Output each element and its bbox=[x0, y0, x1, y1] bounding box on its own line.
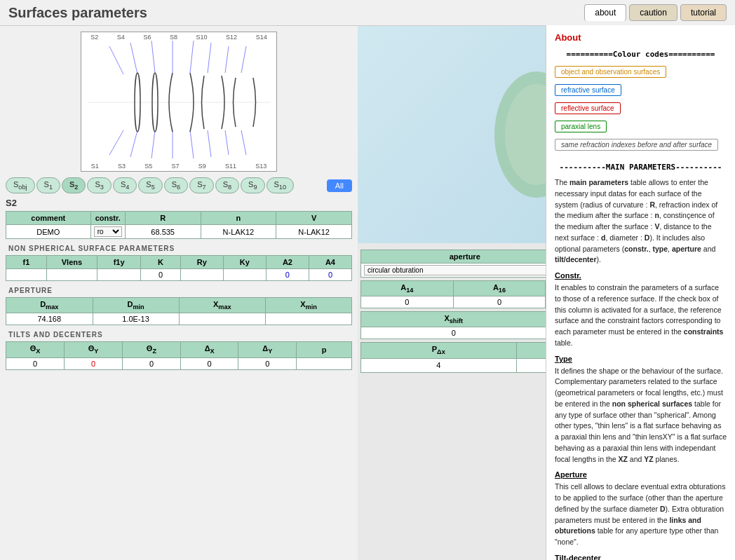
input-xmax[interactable] bbox=[182, 315, 262, 323]
col-A4: A4 bbox=[309, 256, 351, 269]
cell-A2[interactable] bbox=[266, 269, 309, 281]
input-R[interactable] bbox=[128, 228, 198, 236]
input-xmin[interactable] bbox=[269, 315, 349, 323]
cell-f1y[interactable] bbox=[97, 269, 140, 281]
surface-tab-s1[interactable]: S1 bbox=[36, 177, 60, 193]
cell-a16[interactable] bbox=[453, 296, 546, 308]
input-f1y[interactable] bbox=[100, 271, 137, 279]
input-dmin[interactable] bbox=[96, 315, 176, 323]
input-dx[interactable] bbox=[184, 360, 236, 368]
cell-tz[interactable] bbox=[123, 357, 181, 369]
input-f1[interactable] bbox=[9, 271, 43, 279]
input-A4[interactable] bbox=[312, 271, 349, 279]
col-xshift: Xshift bbox=[361, 312, 547, 327]
surface-tab-s5[interactable]: S5 bbox=[138, 177, 162, 193]
cell-a14[interactable] bbox=[361, 296, 454, 308]
input-Ry[interactable] bbox=[184, 271, 220, 279]
nav-tabs: about caution tutorial bbox=[584, 4, 727, 21]
surface-tab-sobj[interactable]: Sobj bbox=[6, 177, 35, 193]
colour-item-same: same refraction indexes before and after… bbox=[555, 139, 727, 154]
svg-line-6 bbox=[208, 43, 211, 73]
input-a16[interactable] bbox=[457, 298, 543, 306]
input-pdx[interactable] bbox=[364, 361, 513, 369]
surface-section-label: S2 bbox=[6, 198, 352, 208]
cell-Ry[interactable] bbox=[180, 269, 223, 281]
input-Ky[interactable] bbox=[227, 271, 263, 279]
col-vlens: Vlens bbox=[46, 256, 97, 269]
cell-dmin[interactable] bbox=[93, 313, 179, 325]
label-s13: S13 bbox=[255, 163, 267, 170]
cell-dy[interactable] bbox=[238, 357, 297, 369]
input-A2[interactable] bbox=[269, 271, 306, 279]
surface-tab-s8[interactable]: S8 bbox=[215, 177, 239, 193]
table-row bbox=[6, 269, 352, 281]
surface-tab-s6[interactable]: S6 bbox=[164, 177, 188, 193]
surface-tab-s7[interactable]: S7 bbox=[189, 177, 213, 193]
section-text-aperture: This cell allows to declare eventual ext… bbox=[555, 482, 727, 548]
colour-header: ==========Colour codes========== bbox=[555, 50, 727, 59]
cell-ty[interactable] bbox=[65, 357, 123, 369]
cell-V[interactable] bbox=[276, 225, 352, 239]
cell-f1[interactable] bbox=[6, 269, 47, 281]
cell-constr[interactable]: ro bbox=[90, 225, 125, 239]
cell-vlens[interactable] bbox=[46, 269, 97, 281]
cell-comment[interactable] bbox=[6, 225, 91, 239]
cell-K[interactable] bbox=[141, 269, 181, 281]
colour-item-reflective: reflective surface bbox=[555, 102, 727, 118]
cell-xmax[interactable] bbox=[179, 313, 265, 325]
all-button[interactable]: All bbox=[327, 179, 352, 192]
tab-caution[interactable]: caution bbox=[629, 4, 677, 21]
svg-line-9 bbox=[109, 130, 123, 155]
input-xshift[interactable] bbox=[364, 329, 544, 337]
cell-xshift[interactable] bbox=[361, 327, 547, 339]
label-s9: S9 bbox=[198, 163, 206, 170]
surface-tab-s4[interactable]: S4 bbox=[113, 177, 137, 193]
table-row bbox=[6, 357, 352, 369]
svg-line-7 bbox=[225, 46, 229, 73]
col-xmin: Xmin bbox=[266, 298, 352, 313]
input-K[interactable] bbox=[144, 271, 177, 279]
aperture-table: Dmax Dmin Xmax Xmin bbox=[6, 297, 352, 325]
col-Ry: Ry bbox=[180, 256, 223, 269]
col-dmax: Dmax bbox=[6, 298, 93, 313]
section-text-constr: It enables to constrain the parameters o… bbox=[555, 282, 727, 349]
table-row bbox=[6, 313, 352, 325]
surface-tab-s2[interactable]: S2 bbox=[62, 177, 86, 193]
select-constr[interactable]: ro bbox=[94, 226, 122, 237]
cell-A4[interactable] bbox=[309, 269, 351, 281]
colour-label-paraxial: paraxial lens bbox=[555, 121, 607, 132]
input-comment[interactable] bbox=[9, 228, 88, 236]
cell-tx[interactable] bbox=[6, 357, 65, 369]
col-tz: ΘZ bbox=[123, 342, 181, 357]
input-vlens[interactable] bbox=[50, 271, 94, 279]
surface-tab-s9[interactable]: S9 bbox=[241, 177, 264, 193]
svg-line-2 bbox=[130, 43, 137, 74]
tab-tutorial[interactable]: tutorial bbox=[680, 4, 727, 21]
input-dy[interactable] bbox=[241, 360, 293, 368]
input-V[interactable] bbox=[279, 228, 349, 236]
cell-aperture-dropdown[interactable]: circular obturation bbox=[361, 264, 569, 278]
cell-xmin[interactable] bbox=[266, 313, 352, 325]
select-aperture[interactable]: circular obturation bbox=[364, 265, 566, 275]
input-tz[interactable] bbox=[126, 360, 177, 368]
surface-tab-s3[interactable]: S3 bbox=[87, 177, 111, 193]
cell-dx[interactable] bbox=[180, 357, 238, 369]
input-n[interactable] bbox=[204, 228, 274, 236]
cell-pdx[interactable] bbox=[361, 358, 517, 372]
col-n: n bbox=[201, 212, 276, 225]
cell-dp[interactable] bbox=[297, 357, 352, 369]
surface-tab-s10[interactable]: S10 bbox=[267, 177, 295, 193]
input-a14[interactable] bbox=[364, 298, 450, 306]
label-s11: S11 bbox=[225, 163, 236, 170]
col-ty: ΘY bbox=[65, 342, 123, 357]
cell-n[interactable] bbox=[201, 225, 276, 239]
input-dp[interactable] bbox=[299, 360, 349, 368]
tab-about[interactable]: about bbox=[584, 4, 626, 21]
cell-R[interactable] bbox=[125, 225, 201, 239]
cell-Ky[interactable] bbox=[223, 269, 266, 281]
cell-dmax[interactable] bbox=[6, 313, 93, 325]
input-dmax[interactable] bbox=[9, 315, 90, 323]
col-comment: comment bbox=[6, 212, 91, 225]
input-ty[interactable] bbox=[67, 360, 119, 368]
input-tx[interactable] bbox=[9, 360, 61, 368]
